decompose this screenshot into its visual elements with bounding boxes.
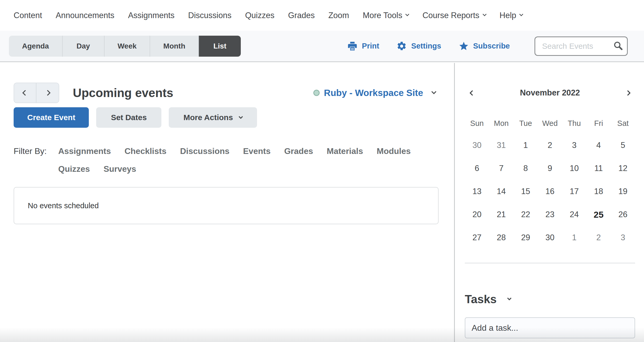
- calendar-day[interactable]: 21: [489, 203, 514, 226]
- filter-option-link[interactable]: Assignments: [58, 145, 111, 157]
- calendar-day[interactable]: 30: [465, 134, 489, 157]
- calendar-day[interactable]: 24: [562, 203, 586, 226]
- print-button[interactable]: Print: [347, 41, 379, 51]
- nav-item-announcements[interactable]: Announcements: [56, 11, 114, 20]
- course-selector-label: Ruby - Workspace Site: [324, 88, 423, 98]
- weekday-label: Sat: [611, 119, 635, 128]
- calendar-day[interactable]: 8: [514, 157, 538, 180]
- calendar-day[interactable]: 1: [514, 134, 538, 157]
- previous-period-button[interactable]: [14, 83, 36, 103]
- chevron-down-icon: [482, 12, 487, 16]
- view-tab-month[interactable]: Month: [150, 36, 199, 57]
- nav-item-zoom[interactable]: Zoom: [328, 11, 349, 20]
- course-selector[interactable]: Ruby - Workspace Site: [313, 88, 436, 98]
- next-month-button[interactable]: [620, 86, 635, 100]
- calendar-day[interactable]: 20: [465, 203, 489, 226]
- tasks-header: Tasks: [465, 293, 635, 306]
- view-tab-list[interactable]: List: [199, 36, 241, 57]
- nav-item-course-reports[interactable]: Course Reports: [422, 11, 486, 20]
- weekday-label: Fri: [586, 119, 611, 128]
- course-color-dot: [313, 90, 320, 96]
- calendar-day[interactable]: 27: [465, 226, 489, 249]
- calendar-day[interactable]: 4: [586, 134, 611, 157]
- calendar-day[interactable]: 9: [538, 157, 562, 180]
- calendar-day[interactable]: 5: [611, 134, 635, 157]
- calendar-day[interactable]: 14: [489, 180, 514, 203]
- calendar-day[interactable]: 16: [538, 180, 562, 203]
- calendar-day[interactable]: 23: [538, 203, 562, 226]
- calendar-day[interactable]: 17: [562, 180, 586, 203]
- nav-item-discussions[interactable]: Discussions: [188, 11, 231, 20]
- calendar-day[interactable]: 22: [514, 203, 538, 226]
- weekday-label: Mon: [489, 119, 514, 128]
- calendar-day[interactable]: 1: [562, 226, 586, 249]
- mini-calendar-grid: 30 31 1 2 3 4 5 6 7 8 9 10: [465, 134, 635, 249]
- settings-button[interactable]: Settings: [396, 41, 441, 51]
- course-navbar: Content Announcements Assignments Discus…: [0, 0, 644, 31]
- set-dates-button[interactable]: Set Dates: [96, 107, 161, 128]
- more-actions-button[interactable]: More Actions: [169, 107, 257, 128]
- calendar-day[interactable]: 6: [465, 157, 489, 180]
- chevron-down-icon: [239, 115, 243, 119]
- weekday-label: Tue: [514, 119, 538, 128]
- calendar-day[interactable]: 2: [586, 226, 611, 249]
- weekday-label: Wed: [538, 119, 562, 128]
- toolbar-actions: Print Settings Subscribe: [347, 36, 628, 56]
- mini-calendar-title: November 2022: [479, 88, 620, 98]
- calendar-day[interactable]: 11: [586, 157, 611, 180]
- filter-option-link[interactable]: Quizzes: [58, 163, 90, 175]
- calendar-day[interactable]: 12: [611, 157, 635, 180]
- search-submit-button[interactable]: [612, 40, 624, 52]
- events-panel: Upcoming events Ruby - Workspace Site Cr…: [0, 63, 454, 342]
- nav-item-grades[interactable]: Grades: [288, 11, 315, 20]
- star-icon: [459, 41, 469, 51]
- calendar-day[interactable]: 19: [611, 180, 635, 203]
- filter-option-link[interactable]: Modules: [377, 145, 411, 157]
- subscribe-button[interactable]: Subscribe: [459, 41, 510, 51]
- calendar-day[interactable]: 13: [465, 180, 489, 203]
- tasks-collapse-toggle[interactable]: [505, 295, 514, 304]
- filter-option-link[interactable]: Events: [243, 145, 271, 157]
- calendar-day[interactable]: 18: [586, 180, 611, 203]
- calendar-day[interactable]: 31: [489, 134, 514, 157]
- filter-option-link[interactable]: Materials: [327, 145, 363, 157]
- calendar-day[interactable]: 3: [611, 226, 635, 249]
- filter-option-link[interactable]: Surveys: [103, 163, 136, 175]
- nav-item-quizzes[interactable]: Quizzes: [245, 11, 274, 20]
- calendar-day[interactable]: 30: [538, 226, 562, 249]
- filter-option-link[interactable]: Checklists: [124, 145, 166, 157]
- chevron-down-icon: [431, 89, 436, 94]
- view-tab-agenda[interactable]: Agenda: [9, 36, 63, 57]
- calendar-toolbar: Agenda Day Week Month List Print Setting…: [0, 31, 644, 62]
- page-title: Upcoming events: [73, 86, 173, 100]
- calendar-day[interactable]: 7: [489, 157, 514, 180]
- calendar-day[interactable]: 29: [514, 226, 538, 249]
- calendar-day[interactable]: 2: [538, 134, 562, 157]
- calendar-day[interactable]: 15: [514, 180, 538, 203]
- filter-label: Filter By:: [14, 145, 47, 157]
- create-event-button[interactable]: Create Event: [14, 107, 89, 128]
- nav-item-help[interactable]: Help: [500, 11, 523, 20]
- chevron-down-icon: [519, 12, 523, 16]
- filter-bar: Filter By: Assignments Checklists Discus…: [14, 145, 454, 175]
- previous-month-button[interactable]: [465, 86, 479, 100]
- search-events: [534, 36, 628, 56]
- filter-option-link[interactable]: Discussions: [180, 145, 230, 157]
- view-tab-week[interactable]: Week: [105, 36, 150, 57]
- nav-item-more-tools[interactable]: More Tools: [363, 11, 409, 20]
- calendar-day[interactable]: 3: [562, 134, 586, 157]
- event-actions: Create Event Set Dates More Actions: [14, 107, 454, 128]
- calendar-day[interactable]: 26: [611, 203, 635, 226]
- nav-item-assignments[interactable]: Assignments: [128, 11, 174, 20]
- add-task-input[interactable]: [465, 317, 635, 338]
- view-tab-day[interactable]: Day: [63, 36, 105, 57]
- calendar-day[interactable]: 25: [586, 203, 611, 226]
- calendar-day[interactable]: 28: [489, 226, 514, 249]
- chevron-right-icon: [625, 90, 630, 95]
- nav-item-content[interactable]: Content: [14, 11, 42, 20]
- next-period-button[interactable]: [36, 83, 59, 103]
- weekday-label: Thu: [562, 119, 586, 128]
- view-switcher: Agenda Day Week Month List: [9, 36, 241, 57]
- calendar-day[interactable]: 10: [562, 157, 586, 180]
- filter-option-link[interactable]: Grades: [284, 145, 313, 157]
